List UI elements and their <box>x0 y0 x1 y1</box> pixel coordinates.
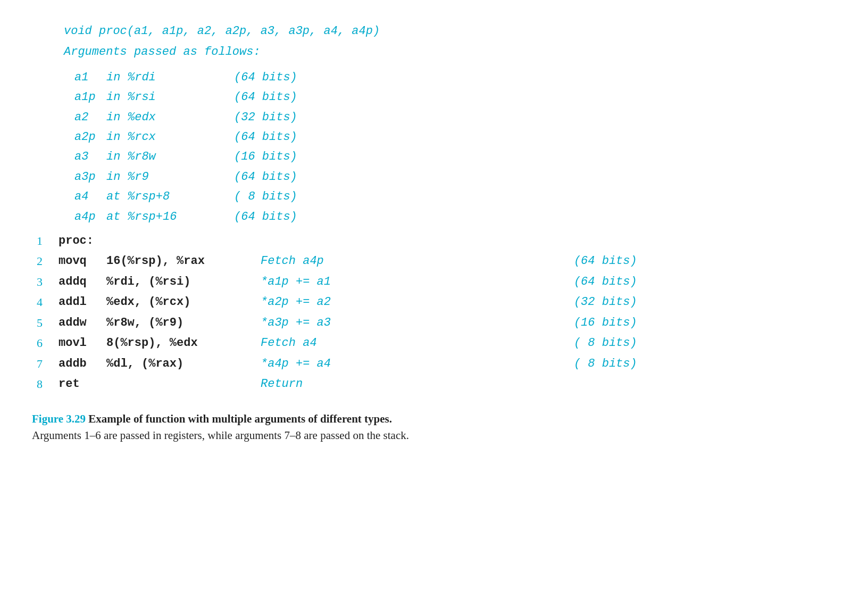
asm-row: 4 addl %edx, (%rcx) *a2p += a2 (32 bits) <box>32 292 836 313</box>
arg-name: a3p <box>74 167 106 187</box>
asm-comment: Return <box>245 374 563 395</box>
arg-prep: in <box>106 68 128 87</box>
line-number: 4 <box>32 292 53 313</box>
figure-caption: Figure 3.29 Example of function with mul… <box>32 411 836 444</box>
arg-prep: in <box>106 167 128 187</box>
arg-row: a3p in %r9 (64 bits) <box>74 167 836 187</box>
line-number: 2 <box>32 251 53 272</box>
asm-comment: Fetch a4p <box>245 251 563 272</box>
arg-name: a1p <box>74 87 106 107</box>
asm-mnemonic: movq <box>53 251 106 272</box>
asm-row: 2 movq 16(%rsp), %rax Fetch a4p (64 bits… <box>32 251 836 272</box>
asm-mnemonic: ret <box>53 374 106 395</box>
asm-bits: (64 bits) <box>563 251 836 272</box>
asm-bits: ( 8 bits) <box>563 333 836 354</box>
asm-row: 1 proc: <box>32 231 836 252</box>
arg-bits: (32 bits) <box>234 107 297 127</box>
arg-name: a2 <box>74 107 106 127</box>
arg-name: a1 <box>74 68 106 87</box>
asm-mnemonic: addb <box>53 354 106 375</box>
asm-row: 8 ret Return <box>32 374 836 395</box>
asm-comment: Fetch a4 <box>245 333 563 354</box>
asm-comment: *a1p += a1 <box>245 272 563 293</box>
arg-prep: at <box>106 207 128 227</box>
figure-label: Figure 3.29 <box>32 412 86 425</box>
arg-row: a1 in %rdi (64 bits) <box>74 68 836 87</box>
arg-name: a4p <box>74 207 106 227</box>
arg-row: a1p in %rsi (64 bits) <box>74 87 836 107</box>
arg-name: a3 <box>74 147 106 167</box>
asm-mnemonic: movl <box>53 333 106 354</box>
asm-mnemonic: addw <box>53 313 106 334</box>
arg-name: a2p <box>74 127 106 147</box>
arg-bits: (16 bits) <box>234 147 297 167</box>
arg-reg: %r8w <box>128 147 234 167</box>
asm-comment: *a3p += a3 <box>245 313 563 334</box>
arg-row: a4 at %rsp+8 ( 8 bits) <box>74 187 836 206</box>
asm-operands: 16(%rsp), %rax <box>106 251 245 272</box>
line-number: 1 <box>32 231 53 252</box>
arg-row: a4p at %rsp+16 (64 bits) <box>74 207 836 227</box>
line-number: 3 <box>32 272 53 293</box>
arg-bits: (64 bits) <box>234 127 297 147</box>
asm-operands: %rdi, (%rsi) <box>106 272 245 293</box>
asm-bits: (64 bits) <box>563 272 836 293</box>
arg-bits: (64 bits) <box>234 87 297 107</box>
arg-name: a4 <box>74 187 106 206</box>
asm-listing: 1 proc: 2 movq 16(%rsp), %rax Fetch a4p … <box>32 231 836 395</box>
figure-bold-text2: Example of function with multiple argume… <box>88 412 392 425</box>
arg-reg: %rsp+8 <box>128 187 234 206</box>
asm-bits: (16 bits) <box>563 313 836 334</box>
asm-operands <box>106 374 245 395</box>
asm-comment: *a4p += a4 <box>245 354 563 375</box>
asm-row: 7 addb %dl, (%rax) *a4p += a4 ( 8 bits) <box>32 354 836 375</box>
arguments-table: a1 in %rdi (64 bits) a1p in %rsi (64 bit… <box>74 68 836 227</box>
arg-bits: (64 bits) <box>234 68 297 87</box>
line-number: 8 <box>32 374 53 395</box>
arg-reg: %rdi <box>128 68 234 87</box>
arg-reg: %rsi <box>128 87 234 107</box>
figure-normal-text: Arguments 1–6 are passed in registers, w… <box>32 429 409 442</box>
line-number: 7 <box>32 354 53 375</box>
asm-operands: %dl, (%rax) <box>106 354 245 375</box>
arg-row: a3 in %r8w (16 bits) <box>74 147 836 167</box>
asm-label: proc: <box>53 231 836 252</box>
asm-comment: *a2p += a2 <box>245 292 563 313</box>
asm-bits: ( 8 bits) <box>563 354 836 375</box>
arg-row: a2 in %edx (32 bits) <box>74 107 836 127</box>
arg-bits: ( 8 bits) <box>234 187 297 206</box>
arg-reg: %edx <box>128 107 234 127</box>
asm-bits: (32 bits) <box>563 292 836 313</box>
arg-prep: in <box>106 107 128 127</box>
arg-reg: %r9 <box>128 167 234 187</box>
arg-reg: %rcx <box>128 127 234 147</box>
line-number: 6 <box>32 333 53 354</box>
asm-operands: %r8w, (%r9) <box>106 313 245 334</box>
arg-row: a2p in %rcx (64 bits) <box>74 127 836 147</box>
asm-operands: 8(%rsp), %edx <box>106 333 245 354</box>
arg-bits: (64 bits) <box>234 207 297 227</box>
asm-operands: %edx, (%rcx) <box>106 292 245 313</box>
asm-mnemonic: addq <box>53 272 106 293</box>
line-number: 5 <box>32 313 53 334</box>
func-signature: void proc(a1, a1p, a2, a2p, a3, a3p, a4,… <box>64 21 836 41</box>
asm-row: 3 addq %rdi, (%rsi) *a1p += a1 (64 bits) <box>32 272 836 293</box>
args-intro: Arguments passed as follows: <box>64 42 836 62</box>
asm-row: 5 addw %r8w, (%r9) *a3p += a3 (16 bits) <box>32 313 836 334</box>
arg-prep: in <box>106 147 128 167</box>
asm-mnemonic: addl <box>53 292 106 313</box>
arg-prep: in <box>106 87 128 107</box>
arg-reg: %rsp+16 <box>128 207 234 227</box>
arg-prep: at <box>106 187 128 206</box>
arg-prep: in <box>106 127 128 147</box>
arg-bits: (64 bits) <box>234 167 297 187</box>
asm-row: 6 movl 8(%rsp), %edx Fetch a4 ( 8 bits) <box>32 333 836 354</box>
